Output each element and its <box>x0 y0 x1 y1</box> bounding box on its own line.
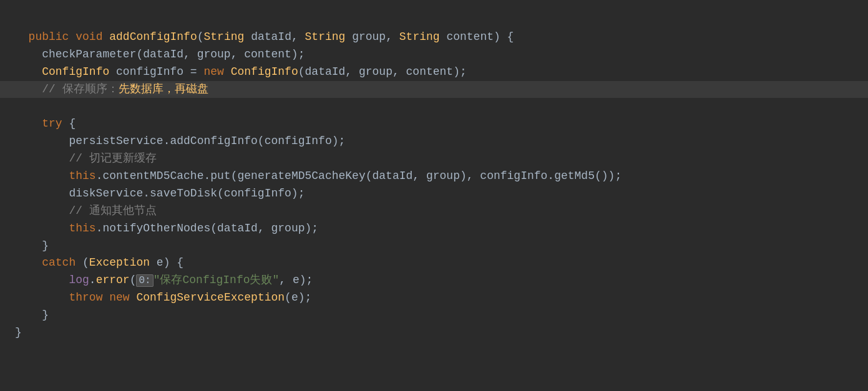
line-8: this.contentMD5Cache.put(generateMD5Cach… <box>15 170 622 182</box>
line-14: log.error(0:"保存ConfigInfo失败", e); <box>15 274 313 286</box>
line-3: ConfigInfo configInfo = new ConfigInfo(d… <box>15 65 467 78</box>
line-13: catch (Exception e) { <box>15 256 183 269</box>
line-4: // 保存顺序：先数据库，再磁盘 <box>0 81 868 99</box>
line-16: } <box>15 309 49 321</box>
line-9: diskService.saveToDisk(configInfo); <box>15 187 305 200</box>
line-2: checkParameter(dataId, group, content); <box>15 48 305 60</box>
line-5: try { <box>15 117 76 130</box>
line-1: public void addConfigInfo(String dataId,… <box>29 31 514 43</box>
line-7: // 切记更新缓存 <box>15 152 157 165</box>
inline-box: 0: <box>136 274 153 287</box>
line-11: this.notifyOtherNodes(dataId, group); <box>15 222 318 234</box>
line-6: persistService.addConfigInfo(configInfo)… <box>15 135 345 147</box>
line-10: // 通知其他节点 <box>15 205 157 217</box>
line-12: } <box>15 239 49 252</box>
line-17: } <box>15 326 22 339</box>
line-15: throw new ConfigServiceException(e); <box>15 291 311 304</box>
code-editor: public void addConfigInfo(String dataId,… <box>15 11 853 342</box>
